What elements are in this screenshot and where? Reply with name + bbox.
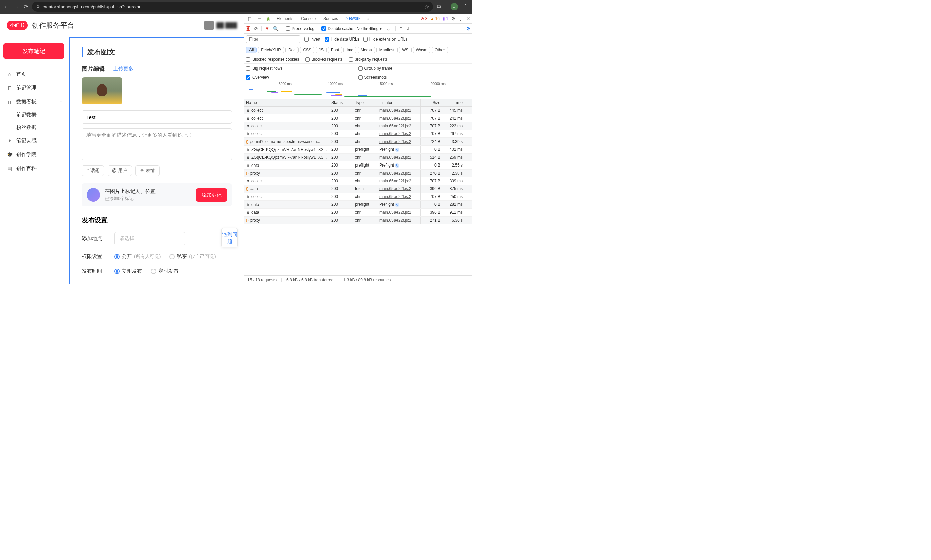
group-by-frame-checkbox[interactable]: Group by frame	[358, 66, 392, 71]
sidebar-sub-fans-data[interactable]: 粉丝数据	[3, 121, 66, 134]
mention-button[interactable]: @ 用户	[108, 165, 132, 176]
wifi-icon[interactable]: ⌵	[385, 26, 392, 31]
table-row[interactable]: 🗎data200xhrmain.65ae22f.js:2396 B911 ms	[244, 209, 472, 217]
request-initiator[interactable]: main.65ae22f.js:2	[377, 154, 420, 161]
chrome-menu-icon[interactable]: ⋮	[463, 3, 469, 11]
table-row[interactable]: 🗎data200preflightPreflight↻0 B282 ms	[244, 201, 472, 209]
blocked-cookies-checkbox[interactable]: Blocked response cookies	[246, 57, 299, 62]
table-row[interactable]: 🗎data200preflightPreflight↻0 B2.55 s	[244, 162, 472, 169]
table-row[interactable]: {}data200fetchmain.65ae22f.js:2396 B875 …	[244, 185, 472, 193]
tab-sources[interactable]: Sources	[320, 14, 341, 23]
table-row[interactable]: 🗎ZGqCE-KQQpzmWR-7anNRoslyw1TX3...200xhrm…	[244, 154, 472, 162]
sidebar-item-inspiration[interactable]: ✦笔记灵感	[3, 134, 66, 148]
upload-icon[interactable]: ↥	[399, 26, 403, 31]
clear-icon[interactable]: ⊘	[254, 26, 258, 31]
table-row[interactable]: 🗎collect200xhrmain.65ae22f.js:2707 B250 …	[244, 193, 472, 201]
error-count[interactable]: ⊘ 3	[420, 16, 427, 21]
image-thumbnail[interactable]	[82, 77, 122, 105]
filter-chip[interactable]: CSS	[300, 47, 314, 53]
request-initiator[interactable]: main.65ae22f.js:2	[377, 130, 420, 137]
filter-chip[interactable]: Manifest	[376, 47, 398, 53]
location-select[interactable]: 请选择	[114, 232, 185, 245]
col-status[interactable]: Status	[329, 99, 353, 106]
request-initiator[interactable]: main.65ae22f.js:2	[377, 107, 420, 114]
inspect-icon[interactable]: ⬚	[246, 16, 255, 21]
record-icon[interactable]	[246, 26, 250, 31]
radio-now[interactable]: 立即发布	[114, 268, 142, 274]
info-count[interactable]: ▮ 1	[443, 16, 448, 21]
request-initiator[interactable]: main.65ae22f.js:2	[377, 177, 420, 185]
sidebar-item-academy[interactable]: 🎓创作学院	[3, 148, 66, 162]
profile-avatar[interactable]: J	[451, 3, 458, 11]
device-toggle-icon[interactable]: ▭	[255, 16, 264, 21]
table-row[interactable]: 🗎collect200xhrmain.65ae22f.js:2707 B267 …	[244, 130, 472, 138]
table-row[interactable]: 🗎ZGqCE-KQQpzmWR-7anNRoslyw1TX3...200pref…	[244, 146, 472, 154]
request-initiator[interactable]: Preflight↻	[377, 201, 420, 208]
vue-icon[interactable]: ◉	[264, 16, 272, 21]
request-initiator[interactable]: main.65ae22f.js:2	[377, 122, 420, 130]
filter-chip[interactable]: Wasm	[413, 47, 431, 53]
help-button[interactable]: 遇到问题	[221, 228, 238, 247]
sidebar-item-notes[interactable]: 🗒笔记管理	[3, 81, 66, 95]
third-party-checkbox[interactable]: 3rd-party requests	[349, 57, 388, 62]
filter-icon[interactable]: ▼	[265, 26, 269, 31]
logo[interactable]: 小红书	[7, 21, 28, 30]
disable-cache-checkbox[interactable]: Disable cache	[321, 26, 353, 31]
network-timeline[interactable]: 5000 ms 10000 ms 15000 ms 20000 ms	[244, 82, 472, 99]
filter-chip[interactable]: Other	[432, 47, 448, 53]
throttling-select[interactable]: No throttling ▾	[357, 26, 382, 31]
filter-input[interactable]	[246, 35, 300, 43]
table-row[interactable]: 🗎collect200xhrmain.65ae22f.js:2707 B445 …	[244, 107, 472, 114]
radio-private[interactable]: 私密(仅自己可见)	[169, 253, 216, 260]
invert-checkbox[interactable]: Invert	[304, 37, 321, 42]
url-bar[interactable]: ⚙ creator.xiaohongshu.com/publish/publis…	[32, 2, 433, 12]
filter-chip[interactable]: Doc	[285, 47, 298, 53]
request-initiator[interactable]: main.65ae22f.js:2	[377, 185, 420, 192]
reload-button[interactable]: ⟳	[24, 4, 28, 10]
request-initiator[interactable]: main.65ae22f.js:2	[377, 193, 420, 200]
warning-count[interactable]: ▲ 16	[430, 16, 440, 21]
table-row[interactable]: {}proxy200xhrmain.65ae22f.js:2270 B2.38 …	[244, 169, 472, 177]
sidebar-item-home[interactable]: ⌂首页	[3, 67, 66, 81]
col-type[interactable]: Type	[353, 99, 377, 106]
extensions-icon[interactable]: ⧉	[437, 4, 441, 10]
table-row[interactable]: {}permit?biz_name=spectrum&scene=i...200…	[244, 138, 472, 146]
add-mark-button[interactable]: 添加标记	[196, 188, 227, 202]
hide-ext-urls-checkbox[interactable]: Hide extension URLs	[363, 37, 408, 42]
screenshots-checkbox[interactable]: Screenshots	[358, 75, 387, 80]
request-initiator[interactable]: main.65ae22f.js:2	[377, 169, 420, 177]
tab-network[interactable]: Network	[342, 14, 364, 23]
table-row[interactable]: 🗎collect200xhrmain.65ae22f.js:2707 B309 …	[244, 177, 472, 185]
more-tabs-icon[interactable]: »	[364, 16, 371, 21]
request-initiator[interactable]: Preflight↻	[377, 146, 420, 153]
settings-icon[interactable]: ⚙	[451, 15, 455, 22]
close-icon[interactable]: ✕	[466, 15, 470, 22]
overview-checkbox[interactable]: Overview	[246, 75, 269, 80]
sidebar-item-wiki[interactable]: ▤创作百科	[3, 162, 66, 175]
request-initiator[interactable]: main.65ae22f.js:2	[377, 217, 420, 224]
hide-data-urls-checkbox[interactable]: Hide data URLs	[324, 37, 359, 42]
radio-public[interactable]: 公开(所有人可见)	[114, 253, 161, 260]
filter-chip[interactable]: All	[246, 47, 256, 53]
preserve-log-checkbox[interactable]: Preserve log	[286, 26, 314, 31]
filter-chip[interactable]: Fetch/XHR	[258, 47, 284, 53]
col-time[interactable]: Time	[443, 99, 465, 106]
request-initiator[interactable]: main.65ae22f.js:2	[377, 209, 420, 216]
table-row[interactable]: 🗎collect200xhrmain.65ae22f.js:2707 B241 …	[244, 114, 472, 122]
publish-button[interactable]: 发布笔记	[3, 43, 64, 59]
blocked-requests-checkbox[interactable]: Blocked requests	[305, 57, 343, 62]
description-input[interactable]	[82, 128, 232, 160]
col-initiator[interactable]: Initiator	[377, 99, 420, 106]
request-initiator[interactable]: Preflight↻	[377, 162, 420, 169]
search-icon[interactable]: 🔍	[273, 26, 279, 31]
bookmark-star-icon[interactable]: ☆	[424, 4, 429, 10]
radio-scheduled[interactable]: 定时发布	[151, 268, 179, 274]
filter-chip[interactable]: WS	[399, 47, 411, 53]
upload-more-link[interactable]: +上传更多	[110, 66, 134, 72]
filter-chip[interactable]: JS	[316, 47, 327, 53]
sidebar-item-dashboard[interactable]: ⫾⫿数据看板⌃	[3, 95, 66, 109]
tab-elements[interactable]: Elements	[273, 14, 297, 23]
topic-button[interactable]: # 话题	[82, 165, 104, 176]
table-row[interactable]: {}proxy200xhrmain.65ae22f.js:2271 B6.36 …	[244, 217, 472, 224]
table-row[interactable]: 🗎collect200xhrmain.65ae22f.js:2707 B223 …	[244, 122, 472, 130]
